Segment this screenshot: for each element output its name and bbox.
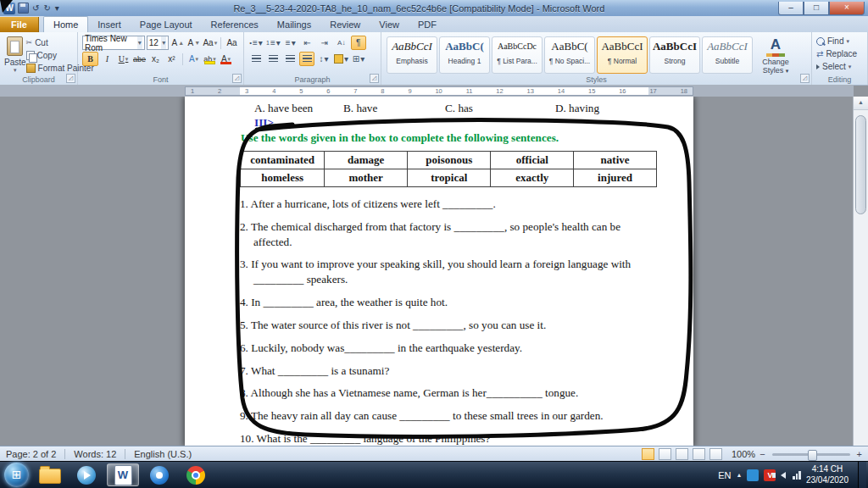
page-indicator[interactable]: Page: 2 of 2 xyxy=(6,449,56,459)
highlight-button[interactable]: ab▾ xyxy=(203,53,217,65)
redo-icon[interactable]: ↻ xyxy=(42,3,51,13)
shrink-font-button[interactable]: A▼ xyxy=(186,36,201,49)
style-no-spacing[interactable]: AaBbC( ¶ No Spaci... xyxy=(544,36,595,74)
numbering-button[interactable]: 1≡▾ xyxy=(265,36,281,50)
show-desktop-button[interactable] xyxy=(858,462,866,488)
style-strong[interactable]: AaBbCcI Strong xyxy=(649,36,700,74)
style-heading-1[interactable]: AaBbC( Heading 1 xyxy=(439,36,490,74)
browser-taskbar-button[interactable] xyxy=(143,463,175,486)
increase-indent-button[interactable]: ⇥ xyxy=(317,36,332,50)
minimize-button[interactable]: – xyxy=(778,2,804,15)
paste-button[interactable]: Paste ▾ xyxy=(4,35,26,74)
web-layout-view-button[interactable] xyxy=(676,448,688,460)
decrease-indent-button[interactable]: ⇤ xyxy=(300,36,315,50)
explorer-taskbar-button[interactable] xyxy=(34,463,66,486)
zoom-level[interactable]: 100% xyxy=(732,449,755,459)
font-family-select[interactable]: Times New Rom ▾ xyxy=(82,36,145,50)
print-layout-view-button[interactable] xyxy=(642,448,654,460)
word-cell: mother xyxy=(325,169,408,187)
maximize-button[interactable]: □ xyxy=(804,2,829,15)
clock[interactable]: 4:14 CH 23/04/2020 xyxy=(806,464,849,485)
show-paragraph-marks-button[interactable]: ¶ xyxy=(351,36,366,50)
justify-button[interactable] xyxy=(299,52,314,66)
select-button[interactable]: Select ▾ xyxy=(816,60,863,73)
borders-button[interactable]: ⊞▾ xyxy=(351,52,366,66)
bullets-button[interactable]: •≡▾ xyxy=(248,36,264,50)
tab-insert[interactable]: Insert xyxy=(88,17,131,32)
hidden-icons-arrow[interactable]: ▲ xyxy=(737,472,743,478)
scrollbar-thumb[interactable] xyxy=(855,115,866,214)
styles-dialog-launcher[interactable]: ◿ xyxy=(800,74,810,83)
word-app-icon[interactable]: W xyxy=(3,3,15,14)
style-emphasis[interactable]: AaBbCcI Emphasis xyxy=(387,36,437,74)
font-dialog-launcher[interactable]: ◿ xyxy=(232,74,242,83)
paragraph-dialog-launcher[interactable]: ◿ xyxy=(370,74,379,83)
zoom-out-button[interactable]: − xyxy=(760,450,765,459)
grow-font-button[interactable]: A▲ xyxy=(170,36,185,49)
style-subtitle[interactable]: AaBbCcI Subtitle xyxy=(702,36,753,74)
start-button[interactable]: ⊞ xyxy=(4,463,29,487)
change-case-button[interactable]: Aa▾ xyxy=(203,36,217,49)
align-right-button[interactable] xyxy=(282,52,298,66)
change-styles-button[interactable]: A Change Styles ▾ xyxy=(754,35,798,75)
tab-references[interactable]: References xyxy=(202,17,268,32)
sentence-1: 1. After a hurricane, lots of citizens w… xyxy=(240,197,657,212)
paste-dropdown-icon[interactable]: ▾ xyxy=(14,67,17,74)
text-effects-button[interactable]: A▾ xyxy=(186,53,201,65)
style-list-paragraph[interactable]: AaBbCcDc ¶ List Para... xyxy=(492,36,542,74)
align-left-button[interactable] xyxy=(248,52,264,66)
horizontal-ruler[interactable]: 123456789101112131415161718 xyxy=(0,85,854,97)
font-color-button[interactable]: A▾ xyxy=(219,53,233,65)
vertical-scrollbar[interactable]: ▲ xyxy=(853,97,868,446)
italic-button[interactable]: I xyxy=(100,53,114,65)
ruler-number: 15 xyxy=(588,87,595,95)
tab-pdf[interactable]: PDF xyxy=(409,17,446,32)
find-button[interactable]: Find ▾ xyxy=(816,35,863,47)
tab-file[interactable]: File xyxy=(0,17,39,32)
style-normal[interactable]: AaBbCcI ¶ Normal xyxy=(597,36,648,74)
input-language-indicator[interactable]: EN xyxy=(718,470,731,480)
clipboard-dialog-launcher[interactable]: ◿ xyxy=(66,74,75,83)
copy-label: Copy xyxy=(37,51,57,60)
line-spacing-button[interactable]: ↕▾ xyxy=(316,52,331,66)
document-page[interactable]: A. have been B. have C. has D. having II… xyxy=(185,97,693,446)
save-icon[interactable] xyxy=(18,3,29,14)
multilevel-list-button[interactable]: ≡▾ xyxy=(283,36,298,50)
tray-app-icon[interactable] xyxy=(747,469,759,481)
strikethrough-button[interactable]: abe xyxy=(132,53,147,65)
tab-review[interactable]: Review xyxy=(320,17,370,32)
close-button[interactable]: × xyxy=(829,2,865,15)
clear-formatting-button[interactable]: Aa xyxy=(225,36,239,49)
draft-view-button[interactable] xyxy=(709,448,722,460)
align-center-button[interactable] xyxy=(265,52,281,66)
tab-page-layout[interactable]: Page Layout xyxy=(131,17,202,32)
superscript-button[interactable]: x² xyxy=(164,53,179,65)
tab-home[interactable]: Home xyxy=(43,16,88,32)
superscript-icon: x² xyxy=(168,54,175,64)
volume-icon[interactable] xyxy=(781,472,786,479)
sort-button[interactable]: A↓ xyxy=(334,36,349,50)
bold-button[interactable]: B xyxy=(82,52,98,66)
clipboard-group: Paste ▾ ✂ Cut Copy Format Painter Clipbo… xyxy=(0,32,78,85)
word-taskbar-button[interactable]: W xyxy=(107,463,139,486)
qat-dropdown-icon[interactable]: ▾ xyxy=(54,3,60,13)
media-player-taskbar-button[interactable] xyxy=(70,463,103,486)
outline-view-button[interactable] xyxy=(693,448,705,460)
zoom-in-button[interactable]: + xyxy=(857,450,862,459)
language-indicator[interactable]: English (U.S.) xyxy=(134,449,192,459)
tab-mailings[interactable]: Mailings xyxy=(268,17,320,32)
tab-view[interactable]: View xyxy=(370,17,409,32)
scrollbar-up-icon[interactable]: ▲ xyxy=(854,97,868,110)
word-count[interactable]: Words: 12 xyxy=(74,449,116,459)
zoom-slider[interactable] xyxy=(772,453,850,456)
font-size-select[interactable]: 12 ▾ xyxy=(147,36,170,50)
undo-icon[interactable]: ↺ xyxy=(31,3,40,13)
network-icon[interactable] xyxy=(793,470,801,480)
fullscreen-view-button[interactable] xyxy=(659,448,671,460)
replace-button[interactable]: ⇄ Replace xyxy=(816,47,863,60)
shading-button[interactable]: ▾ xyxy=(333,52,349,66)
zoom-slider-thumb[interactable] xyxy=(808,450,817,461)
subscript-button[interactable]: x₂ xyxy=(148,53,163,65)
chrome-taskbar-button[interactable] xyxy=(180,463,212,486)
underline-button[interactable]: U▾ xyxy=(116,53,131,65)
